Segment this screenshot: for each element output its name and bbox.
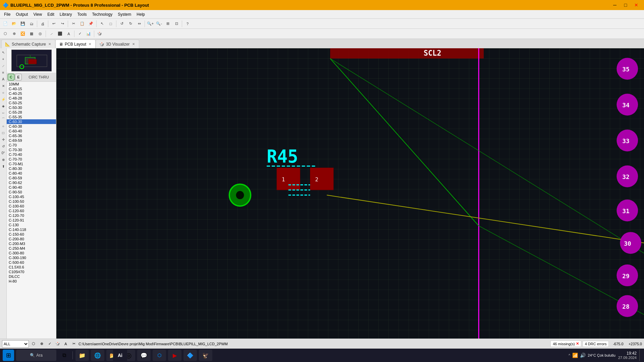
tool-marker[interactable]: ✕: [0, 83, 6, 89]
panel-item[interactable]: 10MM: [7, 82, 56, 86]
panel-item[interactable]: C-70-70: [7, 157, 56, 162]
task-view-btn[interactable]: ⧉: [58, 350, 70, 361]
tab-3d[interactable]: 🎲 3D Visualizer ✕: [96, 40, 139, 48]
panel-item[interactable]: C-50-25: [7, 101, 56, 105]
copy-btn[interactable]: 📋: [78, 20, 86, 28]
panel-item[interactable]: DILCC: [7, 274, 56, 279]
start-button[interactable]: ⊞: [3, 350, 14, 361]
show-desktop-btn[interactable]: [639, 350, 641, 361]
tab-schematic-close[interactable]: ✕: [48, 42, 52, 47]
tool-select[interactable]: ↖: [0, 49, 6, 55]
redo-btn[interactable]: ↪: [58, 20, 66, 28]
panel-item[interactable]: C-140-118: [7, 227, 56, 232]
menu-library[interactable]: Library: [57, 11, 75, 18]
cut-btn[interactable]: ✂: [69, 20, 77, 28]
tray-expand[interactable]: ^: [569, 353, 570, 357]
panel-item[interactable]: C-130: [7, 223, 56, 227]
save-btn[interactable]: 💾: [19, 20, 27, 28]
report-btn[interactable]: 📊: [85, 30, 93, 38]
panel-item[interactable]: C1.5X0.6: [7, 265, 56, 269]
panel-item[interactable]: C-70: [7, 143, 56, 147]
tool-rotate[interactable]: ↺: [0, 143, 6, 149]
tool-circle[interactable]: ○: [0, 123, 6, 129]
zoom-fit-btn[interactable]: ⊡: [172, 20, 180, 28]
panel-item[interactable]: C-200-M3: [7, 241, 56, 246]
board-btn[interactable]: ▦: [28, 30, 36, 38]
drc-btn[interactable]: ✓: [76, 30, 84, 38]
status-icon-3d[interactable]: 🎲: [54, 341, 61, 347]
search-box[interactable]: 🔍 Ara: [16, 350, 56, 361]
minimize-button[interactable]: ─: [610, 0, 620, 10]
save-all-btn[interactable]: 🗂: [28, 20, 36, 28]
menu-output[interactable]: Output: [13, 11, 31, 18]
menu-file[interactable]: File: [1, 11, 13, 18]
taskbar-whatsapp[interactable]: 💬: [137, 350, 151, 361]
tool-wire[interactable]: ⟋: [0, 63, 6, 69]
panel-item[interactable]: C-55-35: [7, 115, 56, 119]
panel-item[interactable]: C-60-38: [7, 124, 56, 129]
taskbar-explorer[interactable]: 📁: [75, 350, 89, 361]
tool-measure[interactable]: ↔: [0, 110, 6, 116]
panel-item[interactable]: C-65-36: [7, 133, 56, 138]
panel-item[interactable]: C-70-30: [7, 147, 56, 152]
zoom-out-btn[interactable]: 🔍-: [155, 20, 163, 28]
status-icon-cut[interactable]: ✂: [70, 341, 77, 347]
tool-0deg[interactable]: 0°: [0, 150, 6, 156]
autoroute-btn[interactable]: 🔀: [19, 30, 27, 38]
panel-item[interactable]: C-300-190: [7, 255, 56, 260]
panel-item[interactable]: C-80-40: [7, 171, 56, 176]
panel-item[interactable]: C-55-28: [7, 110, 56, 115]
pad-btn[interactable]: ⬛: [56, 30, 64, 38]
taskbar-app6[interactable]: ▶: [168, 350, 181, 361]
tool-bus[interactable]: ≡: [0, 69, 6, 75]
panel-item[interactable]: C-70-40: [7, 152, 56, 157]
panel-item[interactable]: C-80-30: [7, 166, 56, 171]
components-btn[interactable]: ⊕: [10, 30, 18, 38]
missing-close[interactable]: ✕: [576, 342, 579, 346]
panel-item[interactable]: H-80: [7, 279, 56, 284]
track-btn[interactable]: ⟋: [47, 30, 55, 38]
panel-item[interactable]: C-60-40: [7, 129, 56, 133]
undo-btn[interactable]: ↩: [50, 20, 58, 28]
tool-pin[interactable]: ○: [0, 89, 6, 96]
clock[interactable]: 19:42 27.09.2024: [618, 351, 637, 360]
panel-item[interactable]: C105H70: [7, 269, 56, 274]
taskbar-app8[interactable]: 🦅: [199, 350, 212, 361]
tab-pcb-close[interactable]: ✕: [88, 42, 92, 47]
panel-item[interactable]: C-300-80: [7, 251, 56, 255]
new-btn[interactable]: 📄: [1, 20, 9, 28]
open-btn[interactable]: 📂: [10, 20, 18, 28]
status-icon-netlist[interactable]: ⊕: [38, 341, 45, 347]
tab-pcb[interactable]: 🖥 PCB Layout ✕: [55, 40, 96, 48]
taskbar-edge[interactable]: 🌐: [91, 350, 104, 361]
panel-item[interactable]: C-90-50: [7, 190, 56, 194]
mirror-btn[interactable]: ⇔: [135, 20, 143, 28]
menu-tools[interactable]: Tools: [75, 11, 90, 18]
close-button[interactable]: ✕: [631, 0, 641, 10]
panel-item[interactable]: C-120-91: [7, 218, 56, 223]
tool-text[interactable]: A: [0, 76, 6, 82]
status-icon-drc[interactable]: ✓: [46, 341, 53, 347]
paste-btn[interactable]: 📌: [87, 20, 95, 28]
help-btn[interactable]: ?: [183, 20, 192, 28]
zoom-in-btn[interactable]: 🔍+: [146, 20, 154, 28]
panel-item[interactable]: C-40-25: [7, 91, 56, 96]
panel-item[interactable]: C-500-60: [7, 260, 56, 265]
status-icon-layers[interactable]: ⬡: [30, 341, 37, 347]
menu-help[interactable]: Help: [134, 11, 148, 18]
panel-item[interactable]: C-80-59: [7, 176, 56, 180]
rotate-right-btn[interactable]: ↻: [126, 20, 135, 28]
print-btn[interactable]: 🖨: [39, 20, 47, 28]
zoom-all-btn[interactable]: ⊞: [164, 20, 172, 28]
layer-select[interactable]: ALL Top Copper Bottom Copper: [2, 340, 29, 348]
tool-move[interactable]: ✛: [0, 136, 6, 142]
panel-list[interactable]: 10MMC-40-15C-40-25C-48-28C-50-25C-50-30C…: [7, 82, 56, 339]
tool-origin[interactable]: ⊕: [0, 157, 6, 163]
panel-item[interactable]: C-70-M1: [7, 162, 56, 166]
netlist-btn[interactable]: ⬡: [1, 30, 9, 38]
menu-technology[interactable]: Technology: [90, 11, 115, 18]
tool-arc[interactable]: ⌒: [0, 116, 6, 122]
panel-item[interactable]: C-100-50: [7, 199, 56, 204]
taskbar-app7[interactable]: 🔷: [183, 350, 197, 361]
panel-item[interactable]: C-250-M4: [7, 246, 56, 251]
